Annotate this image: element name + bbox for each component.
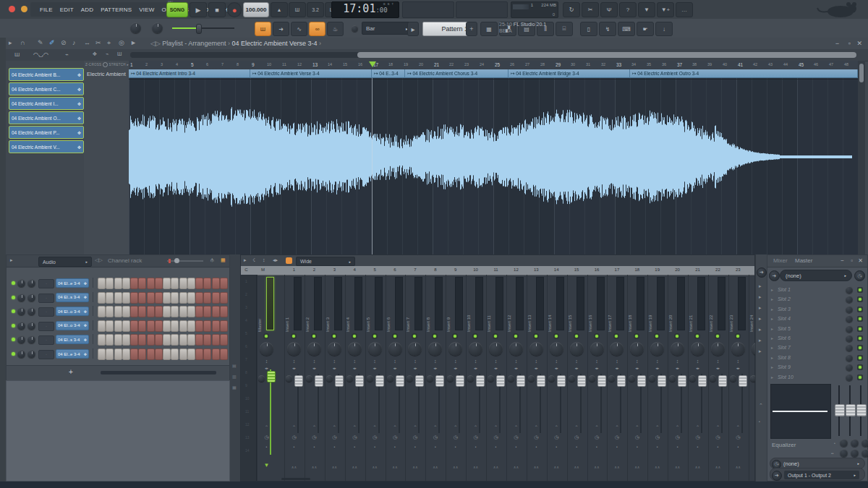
mixer-strip-label[interactable]: Master	[258, 278, 262, 332]
slot-mix-knob[interactable]	[846, 344, 853, 351]
audio-output-icon[interactable]: ∧∧	[668, 465, 687, 469]
timeline-bar-35[interactable]: 35	[647, 62, 651, 67]
effect-slot-8[interactable]: ▸Slot 8	[769, 354, 866, 363]
mixer-pan-knob[interactable]	[610, 342, 624, 356]
menu-item-edit[interactable]: EDIT	[60, 7, 74, 13]
step-cell[interactable]	[195, 320, 203, 332]
minimize-window-icon[interactable]: −	[841, 257, 844, 264]
audio-output-icon[interactable]: ∧∧	[365, 465, 385, 469]
step-cell[interactable]	[155, 348, 163, 360]
timeline-bar-46[interactable]: 46	[814, 62, 818, 67]
stereo-sep-icon[interactable]: ↕	[466, 359, 485, 364]
delay-clock-icon[interactable]: ◷	[506, 435, 526, 440]
mixer-pan-knob[interactable]	[529, 342, 543, 356]
volume-fader-handle[interactable]	[617, 375, 626, 387]
zoom-tool-icon[interactable]: ◎	[119, 39, 124, 46]
multilink-controllers[interactable]: ∞	[309, 22, 326, 36]
mixer-strip-label[interactable]: Insert 2	[305, 278, 310, 332]
mixer-pan-knob[interactable]	[489, 342, 503, 356]
step-cell[interactable]	[106, 348, 114, 360]
step-cell[interactable]	[114, 292, 122, 304]
mixer-strip-label[interactable]: Insert 12	[507, 278, 511, 332]
fx-caret-icon[interactable]: ⌃	[365, 424, 385, 429]
keys-icon[interactable]: ⌨	[618, 22, 635, 36]
mixer-strip-meter[interactable]	[576, 277, 584, 330]
step-cell[interactable]	[130, 292, 138, 304]
mixer-view-selector[interactable]: Wide ▸	[296, 257, 355, 266]
step-cell[interactable]	[114, 320, 122, 332]
step-cell[interactable]	[171, 278, 179, 289]
mixer-strip-meter[interactable]	[375, 277, 383, 330]
step-cell[interactable]	[98, 320, 106, 332]
volume-fader-handle[interactable]	[335, 375, 344, 387]
swap-channels-icon[interactable]: ◂▸	[728, 366, 748, 370]
mixer-col-3[interactable]: 3	[325, 267, 344, 272]
mixer-strip-led[interactable]	[372, 333, 378, 339]
record-dot-icon[interactable]: •	[405, 445, 425, 449]
audio-output-icon[interactable]: ∧∧	[567, 465, 587, 469]
channel-enable-led[interactable]	[12, 309, 15, 313]
timeline-bar-6[interactable]: 6	[206, 62, 208, 67]
timeline-bar-33[interactable]: 33	[616, 62, 621, 67]
timeline-bar-39[interactable]: 39	[707, 62, 712, 67]
playlist-vscrollbar-handle[interactable]	[859, 64, 864, 82]
stereo-sep-icon[interactable]: ↕	[587, 359, 607, 364]
volume-fader-handle[interactable]	[294, 375, 303, 387]
step-cell[interactable]	[163, 320, 171, 332]
plugin-selector[interactable]: (none) ▸	[780, 270, 852, 281]
audio-output-icon[interactable]: ∧∧	[728, 465, 748, 469]
fx-caret-icon[interactable]: ⌃	[405, 424, 425, 429]
step-cell[interactable]	[163, 292, 171, 304]
picker-clip-item[interactable]: 04 Electric Ambient I...✥	[9, 97, 84, 110]
minimize-window-icon[interactable]: −	[835, 40, 839, 47]
channel-enable-led[interactable]	[12, 296, 15, 299]
step-cell[interactable]	[122, 320, 130, 332]
record-dot-icon[interactable]: •	[567, 445, 587, 449]
channel-volume-knob[interactable]	[27, 335, 35, 343]
mixer-strip-meter[interactable]	[414, 277, 422, 330]
step-cell[interactable]	[195, 278, 203, 289]
stereo-sep-icon[interactable]: ↕	[325, 359, 344, 364]
playlist-vscrollbar[interactable]	[858, 61, 865, 254]
mixer-strip-led[interactable]	[553, 333, 559, 339]
mixer-strip-label[interactable]: Insert 3	[326, 278, 330, 332]
mixer-strip-led[interactable]	[493, 333, 498, 339]
mixer-pan-knob[interactable]	[630, 342, 644, 356]
pre-fader-knob[interactable]	[427, 375, 433, 382]
audio-output-icon[interactable]: ∧∧	[425, 465, 445, 469]
audio-output-icon[interactable]: ∧∧	[486, 465, 506, 469]
mixer-col-5[interactable]: 5	[365, 267, 385, 272]
channel-pan-knob[interactable]	[17, 294, 25, 301]
mixer-strip-meter[interactable]	[536, 277, 544, 330]
volume-fader-handle[interactable]	[396, 375, 404, 387]
step-cell[interactable]	[220, 278, 228, 289]
audio-output-icon[interactable]: ∧∧	[527, 465, 546, 469]
swap-channels-icon[interactable]: ◂▸	[284, 366, 304, 370]
pre-fader-knob[interactable]	[548, 375, 555, 382]
mixer-strip-led[interactable]	[735, 333, 741, 339]
pre-fader-knob[interactable]	[387, 375, 393, 382]
volume-fader-handle[interactable]	[496, 375, 505, 387]
volume-fader-handle[interactable]	[577, 375, 586, 387]
step-cell[interactable]	[220, 320, 228, 332]
mixer-strip-label[interactable]: Insert 9	[446, 278, 451, 332]
mixer-strip-meter[interactable]	[657, 277, 665, 330]
timeline-bar-9[interactable]: 9	[252, 62, 255, 67]
mixer-pan-knob[interactable]	[671, 342, 684, 356]
record-dot-icon[interactable]: •	[607, 445, 626, 449]
mixer-strip-meter[interactable]	[556, 277, 564, 330]
timeline-bar-41[interactable]: 41	[738, 62, 743, 67]
timeline-bar-32[interactable]: 32	[601, 62, 605, 67]
step-cell[interactable]	[147, 292, 155, 304]
audio-output-icon[interactable]: ∧∧	[506, 465, 526, 469]
menu-item-add[interactable]: ADD	[81, 7, 94, 13]
mixer-view-icon[interactable]	[286, 257, 292, 264]
dock-track-arrow[interactable]: ▸	[759, 348, 762, 354]
delay-clock-icon[interactable]: ◷	[486, 435, 506, 440]
mixer-strip-label[interactable]: Insert 1	[285, 278, 289, 332]
step-cell[interactable]	[212, 334, 220, 346]
paint-tool-icon[interactable]: ✐	[49, 39, 55, 46]
volume-fader-handle[interactable]	[516, 375, 525, 387]
volume-fader-handle[interactable]	[678, 375, 686, 387]
mixer-strip-meter[interactable]	[495, 277, 503, 330]
